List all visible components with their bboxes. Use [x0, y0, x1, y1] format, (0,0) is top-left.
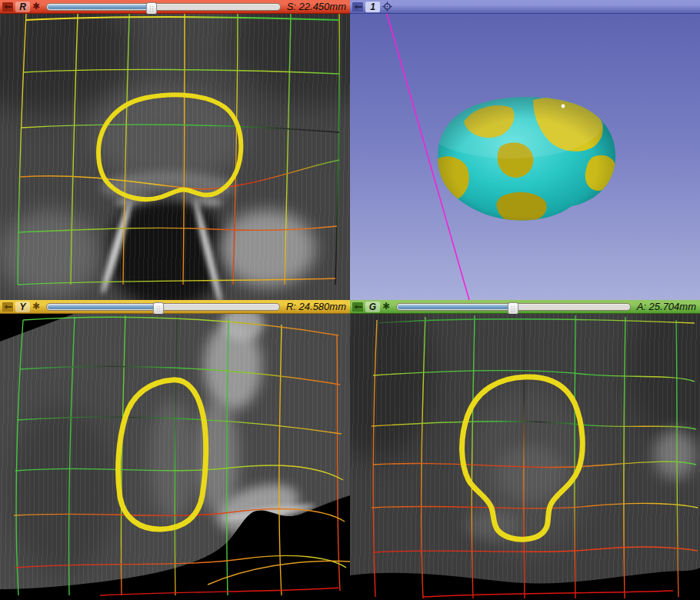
green-slice-controller-bar: G ✱ A: 25.704mm: [350, 300, 700, 314]
segmentation-contour: [118, 380, 206, 529]
slider-groove[interactable]: [396, 303, 631, 311]
collapse-pin-button[interactable]: [352, 2, 363, 12]
slider-groove[interactable]: [46, 3, 281, 11]
fiducial-dot: [562, 105, 565, 108]
slice-offset-readout: R: 24.580mm: [286, 301, 348, 312]
green-slice-overlay: [350, 314, 700, 600]
view-menu-icon[interactable]: ✱: [32, 302, 40, 311]
collapse-pin-button[interactable]: [2, 302, 13, 312]
four-up-viewer: R ✱ S: 22.450mm: [0, 0, 700, 600]
slider-handle[interactable]: [146, 2, 157, 15]
deformation-grid: [372, 315, 698, 598]
slice-offset-slider[interactable]: [46, 3, 281, 11]
slider-handle[interactable]: [153, 302, 164, 315]
slice-offset-slider[interactable]: [46, 303, 280, 311]
slider-fill: [48, 305, 159, 309]
slice-offset-readout: A: 25.704mm: [637, 301, 698, 312]
threeD-overlay: [350, 14, 700, 300]
threeD-view: 1: [350, 0, 700, 300]
red-slice-controller-bar: R ✱ S: 22.450mm: [0, 0, 350, 14]
slider-groove[interactable]: [46, 303, 280, 311]
red-slice-view: R ✱ S: 22.450mm: [0, 0, 350, 300]
yellow-slice-controller-bar: Y ✱ R: 24.580mm: [0, 300, 350, 314]
green-slice-view: G ✱ A: 25.704mm: [350, 300, 700, 600]
model-surface: [418, 85, 633, 241]
slider-fill: [48, 5, 152, 9]
view-menu-icon[interactable]: ✱: [382, 302, 390, 311]
view-label: 1: [365, 2, 380, 12]
crosshair-gear-icon[interactable]: [382, 2, 392, 12]
view-menu-icon[interactable]: ✱: [32, 2, 40, 11]
deformation-grid: [18, 14, 339, 285]
red-slice-viewport[interactable]: [0, 14, 350, 300]
threeD-viewport[interactable]: [350, 14, 700, 300]
yellow-slice-view: Y ✱ R: 24.580mm: [0, 300, 350, 600]
slice-offset-slider[interactable]: [396, 303, 631, 311]
view-label: Y: [15, 302, 30, 312]
segmentation-contour: [462, 377, 583, 539]
view-label: R: [15, 2, 30, 12]
yellow-slice-viewport[interactable]: [0, 314, 350, 600]
view-label: G: [365, 302, 380, 312]
red-slice-overlay: [0, 14, 350, 300]
slice-offset-readout: S: 22.450mm: [287, 1, 348, 12]
green-slice-viewport[interactable]: [350, 314, 700, 600]
slider-fill: [398, 305, 514, 309]
yellow-slice-overlay: [0, 314, 350, 600]
slider-handle[interactable]: [508, 302, 518, 315]
collapse-pin-button[interactable]: [352, 302, 363, 312]
collapse-pin-button[interactable]: [2, 2, 13, 12]
threeD-controller-bar: 1: [350, 0, 700, 14]
model-yellow-patches: [418, 85, 633, 241]
segmentation-contour: [98, 95, 241, 199]
